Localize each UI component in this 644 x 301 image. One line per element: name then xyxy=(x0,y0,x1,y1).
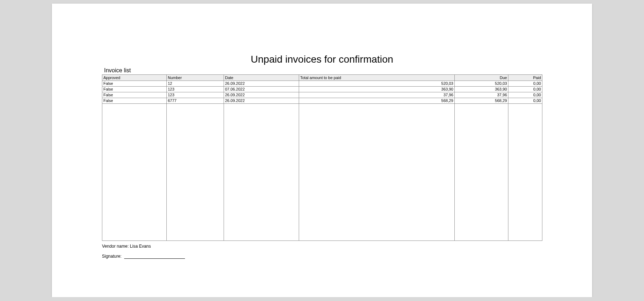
cell-number: 123 xyxy=(167,92,224,98)
invoice-table: Approved Number Date Total amount to be … xyxy=(102,74,542,241)
table-header-row: Approved Number Date Total amount to be … xyxy=(102,75,542,81)
cell-number: 12 xyxy=(167,81,224,87)
filler-cell xyxy=(224,104,299,241)
table-row: False12307.06.2022363,90363,900,00 xyxy=(102,87,542,92)
vendor-line: Vendor name: Lisa Evans xyxy=(102,244,542,249)
table-filler-row xyxy=(102,104,542,241)
col-total: Total amount to be paid xyxy=(299,75,455,81)
cell-total: 520,03 xyxy=(299,81,455,87)
signature-blank xyxy=(124,258,185,259)
filler-cell xyxy=(299,104,455,241)
filler-cell xyxy=(102,104,167,241)
table-row: False12326.09.202237,9637,960,00 xyxy=(102,92,542,98)
cell-approved: False xyxy=(102,87,167,92)
cell-approved: False xyxy=(102,81,167,87)
cell-paid: 0,00 xyxy=(508,98,542,104)
vendor-label: Vendor name: xyxy=(102,244,129,249)
cell-total: 363,90 xyxy=(299,87,455,92)
col-paid: Paid xyxy=(508,75,542,81)
col-number: Number xyxy=(167,75,224,81)
cell-paid: 0,00 xyxy=(508,81,542,87)
cell-date: 26.09.2022 xyxy=(224,92,299,98)
filler-cell xyxy=(167,104,224,241)
vendor-value: Lisa Evans xyxy=(130,244,151,249)
document-title: Unpaid invoices for confirmation xyxy=(52,54,592,65)
table-row: False677726.09.2022568,29568,290,00 xyxy=(102,98,542,104)
cell-paid: 0,00 xyxy=(508,92,542,98)
cell-total: 37,96 xyxy=(299,92,455,98)
cell-due: 520,03 xyxy=(455,81,508,87)
signature-label: Signature: xyxy=(102,254,122,259)
col-due: Due xyxy=(455,75,508,81)
cell-number: 123 xyxy=(167,87,224,92)
table-section-label: Invoice list xyxy=(104,67,542,74)
cell-date: 07.06.2022 xyxy=(224,87,299,92)
cell-due: 37,96 xyxy=(455,92,508,98)
cell-total: 568,29 xyxy=(299,98,455,104)
filler-cell xyxy=(455,104,508,241)
table-row: False1226.09.2022520,03520,030,00 xyxy=(102,81,542,87)
document-page: Unpaid invoices for confirmation Invoice… xyxy=(52,4,592,297)
cell-date: 26.09.2022 xyxy=(224,81,299,87)
document-content: Invoice list Approved Number Date Total … xyxy=(102,67,542,259)
col-approved: Approved xyxy=(102,75,167,81)
document-footer: Vendor name: Lisa Evans Signature: xyxy=(102,244,542,259)
signature-line: Signature: xyxy=(102,254,542,259)
cell-approved: False xyxy=(102,92,167,98)
cell-paid: 0,00 xyxy=(508,87,542,92)
cell-approved: False xyxy=(102,98,167,104)
filler-cell xyxy=(508,104,542,241)
col-date: Date xyxy=(224,75,299,81)
cell-number: 6777 xyxy=(167,98,224,104)
cell-due: 363,90 xyxy=(455,87,508,92)
cell-date: 26.09.2022 xyxy=(224,98,299,104)
cell-due: 568,29 xyxy=(455,98,508,104)
